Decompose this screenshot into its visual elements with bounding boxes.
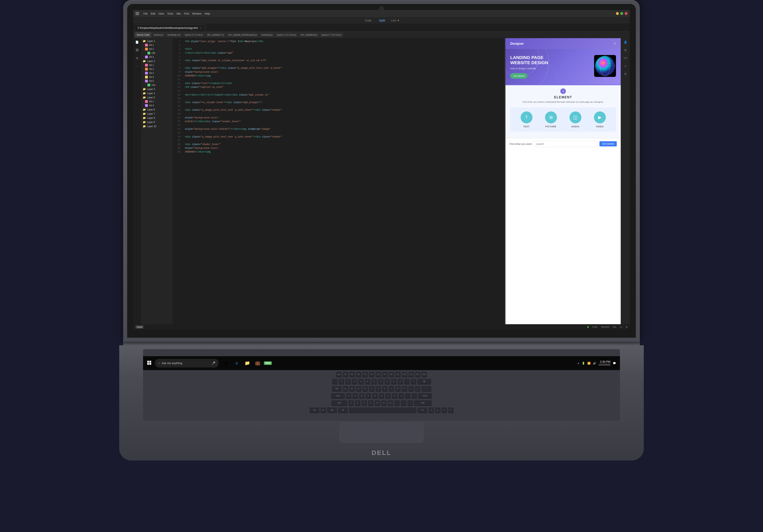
layer-item-layer5[interactable]: 📁 Layer 5 bbox=[141, 95, 173, 100]
search-input[interactable] bbox=[534, 141, 597, 147]
view-mode-split[interactable]: Split bbox=[379, 19, 385, 22]
key-m[interactable]: M bbox=[388, 400, 393, 406]
layer-item-l5-alt1[interactable]: Alt 1 bbox=[141, 100, 173, 103]
active-file-tab[interactable]: F:\Dropbox\NinjaStudio\Oxfintl\Bootstrap… bbox=[135, 25, 205, 31]
panel-icon-layers[interactable]: ⊞ bbox=[134, 55, 140, 61]
maximize-button[interactable]: □ bbox=[620, 12, 623, 15]
key-space[interactable] bbox=[349, 407, 416, 413]
layer-item-l5-alt3[interactable]: Alt 3 bbox=[141, 103, 173, 107]
taskbar-store-icon[interactable]: 💼 bbox=[254, 360, 261, 367]
key-3[interactable]: 3 bbox=[352, 379, 357, 384]
layer-item-alt1[interactable]: Alt 1 bbox=[141, 43, 173, 47]
taskbar-task-view[interactable]: ⧉ bbox=[223, 360, 230, 367]
close-button[interactable]: × bbox=[625, 12, 627, 15]
panel-icon-more[interactable]: ··· bbox=[134, 63, 140, 69]
key-f4[interactable]: F4 bbox=[363, 372, 368, 377]
key-period[interactable]: . bbox=[401, 400, 406, 406]
key-comma[interactable]: , bbox=[394, 400, 400, 406]
layer-item-l2-alt3[interactable]: Alt 3 bbox=[141, 71, 173, 75]
chevron-circle[interactable]: ∨ bbox=[560, 88, 566, 94]
key-backslash[interactable]: \ bbox=[421, 386, 431, 391]
layer-item-v2b[interactable]: v2b bbox=[141, 51, 173, 55]
menu-view[interactable]: View bbox=[157, 12, 165, 16]
view-mode-code[interactable]: Code bbox=[363, 18, 373, 23]
key-alt-r[interactable]: Alt bbox=[417, 407, 427, 413]
key-4[interactable]: 4 bbox=[358, 379, 364, 384]
key-lbracket[interactable]: [ bbox=[408, 386, 414, 391]
layer-item-layer7[interactable]: 📁 Layer 7 bbox=[141, 112, 173, 116]
key-u[interactable]: U bbox=[382, 386, 388, 391]
tab-close-button[interactable]: × bbox=[199, 27, 202, 29]
key-f6[interactable]: F6 bbox=[376, 372, 381, 377]
key-n[interactable]: N bbox=[381, 400, 387, 406]
layer-item-l2-alt1[interactable]: Alt 1 bbox=[141, 63, 173, 67]
key-v[interactable]: V bbox=[368, 400, 374, 406]
right-icon-settings[interactable]: ⚙ bbox=[623, 71, 628, 77]
layer-item-l2-alt2[interactable]: Alt 2 bbox=[141, 67, 173, 71]
view-mode-live[interactable]: Live ▼ bbox=[391, 19, 399, 22]
key-8[interactable]: 8 bbox=[384, 379, 390, 384]
key-z[interactable]: Z bbox=[348, 400, 354, 406]
key-p[interactable]: P bbox=[402, 386, 407, 391]
code-text[interactable]: <h5 style="text-align: center;">Tier 2<b… bbox=[182, 38, 505, 324]
key-f7[interactable]: F7 bbox=[382, 372, 388, 377]
key-enter[interactable]: Enter bbox=[418, 393, 432, 399]
file-tab-sourcecode[interactable]: Source Code bbox=[135, 32, 152, 38]
volume-icon[interactable]: 🔊 bbox=[593, 362, 596, 365]
file-tab-bootstrap-css[interactable]: bootstrap.css bbox=[165, 32, 182, 38]
key-s[interactable]: S bbox=[353, 393, 358, 399]
layer-item-layer8[interactable]: 📁 Layer 8 bbox=[141, 116, 173, 120]
key-quote[interactable]: ' bbox=[411, 393, 417, 399]
key-f1[interactable]: F1 bbox=[343, 372, 348, 377]
key-e[interactable]: E bbox=[356, 386, 362, 391]
key-k[interactable]: K bbox=[392, 393, 397, 399]
taskbar-search-box[interactable]: ○ Ask me anything 🎤 bbox=[155, 359, 219, 368]
key-1[interactable]: 1 bbox=[339, 379, 344, 384]
key-equals[interactable]: = bbox=[411, 379, 416, 384]
file-tab-buttons[interactable]: buttons.js bbox=[152, 32, 165, 38]
key-caps[interactable]: Caps bbox=[331, 393, 345, 399]
key-esc[interactable]: esc bbox=[336, 372, 342, 377]
key-fn[interactable]: Fn bbox=[320, 407, 326, 413]
layer-item-layer4[interactable]: 📁 Layer 4 bbox=[141, 91, 173, 95]
key-g[interactable]: G bbox=[372, 393, 378, 399]
hamburger-menu-icon[interactable] bbox=[136, 12, 139, 15]
key-0[interactable]: 0 bbox=[397, 379, 403, 384]
key-h[interactable]: H bbox=[379, 393, 384, 399]
key-backtick[interactable]: ` bbox=[332, 379, 338, 384]
key-f11[interactable]: F11 bbox=[408, 372, 414, 377]
key-ctrl[interactable]: Ctrl bbox=[310, 407, 319, 413]
key-rshift[interactable]: Shift bbox=[414, 400, 432, 406]
key-j[interactable]: J bbox=[385, 393, 391, 399]
minimize-button[interactable]: − bbox=[616, 12, 619, 15]
key-backspace[interactable]: ⌫ bbox=[417, 379, 431, 384]
file-tab-jquery3[interactable]: jquery-1.7.6.0.min.js bbox=[320, 32, 343, 38]
touchpad[interactable] bbox=[340, 423, 423, 443]
search-get-started-button[interactable]: Get started bbox=[600, 141, 617, 147]
notification-icon[interactable]: 💬 bbox=[613, 362, 616, 365]
microphone-icon[interactable]: 🎤 bbox=[211, 361, 215, 365]
menu-edit[interactable]: Edit bbox=[150, 12, 157, 16]
key-lshift[interactable]: Shift bbox=[331, 400, 347, 406]
key-slash[interactable]: / bbox=[407, 400, 413, 406]
key-up[interactable]: △ bbox=[435, 407, 441, 413]
key-alt[interactable]: Alt bbox=[338, 407, 348, 413]
key-a[interactable]: A bbox=[346, 393, 352, 399]
right-icon-code[interactable]: </> bbox=[623, 55, 628, 61]
key-semicolon[interactable]: ; bbox=[405, 393, 410, 399]
key-r[interactable]: R bbox=[363, 386, 368, 391]
menu-tools[interactable]: Tools bbox=[166, 12, 174, 16]
key-f8[interactable]: F8 bbox=[389, 372, 394, 377]
key-f2[interactable]: F2 bbox=[349, 372, 355, 377]
key-6[interactable]: 6 bbox=[372, 379, 377, 384]
key-w[interactable]: W bbox=[349, 386, 355, 391]
key-right[interactable]: ▷ bbox=[448, 407, 454, 413]
layer-item-v2a[interactable]: v2a bbox=[141, 83, 173, 87]
key-5[interactable]: 5 bbox=[365, 379, 371, 384]
key-f12[interactable]: F12 bbox=[415, 372, 420, 377]
key-f[interactable]: F bbox=[366, 393, 371, 399]
key-b[interactable]: B bbox=[375, 400, 380, 406]
layer-item-layer6[interactable]: 📁 Layer 6 bbox=[141, 107, 173, 112]
key-del[interactable]: Del bbox=[421, 372, 427, 377]
key-f3[interactable]: F3 bbox=[356, 372, 362, 377]
